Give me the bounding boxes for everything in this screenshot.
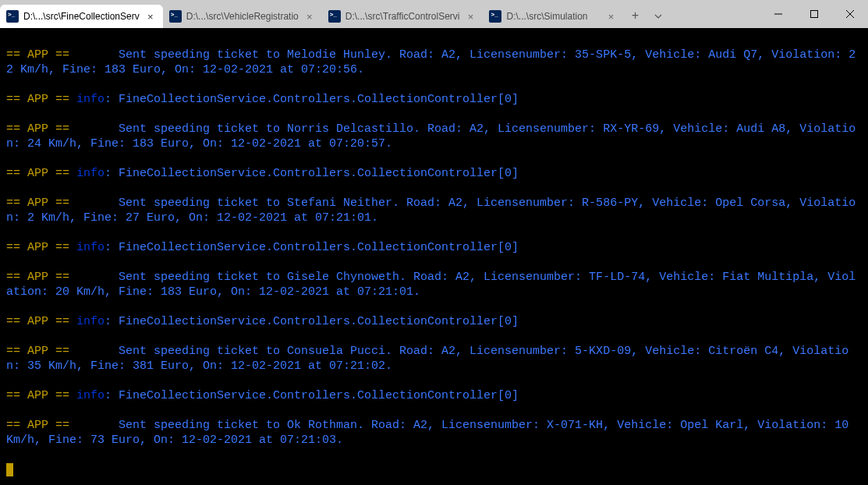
- powershell-icon: [169, 10, 182, 23]
- maximize-button[interactable]: [796, 0, 832, 28]
- log-message: Sent speeding ticket to Consuela Pucci. …: [6, 345, 849, 373]
- log-message: Sent speeding ticket to Melodie Hunley. …: [6, 48, 856, 76]
- log-blank: [6, 329, 862, 344]
- tab-close-button[interactable]: ×: [604, 10, 617, 23]
- prompt-line: [6, 462, 862, 477]
- log-line: == APP == info: FineCollectionService.Co…: [6, 166, 862, 181]
- titlebar: D:\...\src\FineCollectionServ×D:\...\src…: [0, 0, 868, 28]
- tab-close-button[interactable]: ×: [303, 10, 316, 23]
- tab-1[interactable]: D:\...\src\VehicleRegistratio×: [163, 5, 322, 28]
- log-blank: [6, 181, 862, 196]
- log-prefix: == APP ==: [6, 167, 76, 180]
- terminal-window: D:\...\src\FineCollectionServ×D:\...\src…: [0, 0, 868, 485]
- plus-icon: +: [632, 9, 639, 23]
- log-level: info: [76, 389, 105, 402]
- log-message: Sent speeding ticket to Norris Delcastil…: [6, 122, 856, 150]
- log-prefix: == APP ==: [6, 271, 76, 284]
- log-level: info: [76, 241, 105, 254]
- log-controller: : FineCollectionService.Controllers.Coll…: [105, 93, 519, 106]
- powershell-icon: [6, 10, 19, 23]
- cursor: [6, 463, 13, 476]
- log-level: info: [76, 93, 105, 106]
- log-prefix: == APP ==: [6, 122, 76, 136]
- tab-title: D:\...\src\TrafficControlServi: [345, 11, 460, 22]
- close-button[interactable]: [832, 0, 868, 28]
- log-prefix: == APP ==: [6, 419, 76, 432]
- log-blank: [6, 107, 862, 122]
- log-controller: : FineCollectionService.Controllers.Coll…: [105, 241, 519, 254]
- log-blank: [6, 151, 862, 166]
- log-level: info: [76, 315, 105, 328]
- titlebar-drag-area[interactable]: [670, 0, 760, 28]
- svg-rect-1: [811, 11, 818, 18]
- minimize-button[interactable]: [760, 0, 796, 28]
- tab-2[interactable]: D:\...\src\TrafficControlServi×: [322, 5, 484, 28]
- tab-3[interactable]: D:\...\src\Simulation×: [483, 5, 623, 28]
- terminal-output[interactable]: == APP == Sent speeding ticket to Melodi…: [0, 28, 868, 485]
- log-blank: [6, 373, 862, 388]
- tab-strip: D:\...\src\FineCollectionServ×D:\...\src…: [0, 0, 623, 28]
- powershell-icon: [489, 10, 501, 23]
- tab-title: D:\...\src\FineCollectionServ: [23, 11, 140, 22]
- log-blank: [6, 225, 862, 240]
- log-line: == APP == info: FineCollectionService.Co…: [6, 240, 862, 255]
- log-blank: [6, 448, 862, 462]
- log-blank: [6, 255, 862, 270]
- powershell-icon: [328, 10, 341, 23]
- maximize-icon: [810, 10, 818, 18]
- log-line: == APP == info: FineCollectionService.Co…: [6, 92, 862, 107]
- log-prefix: == APP ==: [6, 315, 76, 328]
- tab-title: D:\...\src\VehicleRegistratio: [186, 11, 299, 22]
- log-line: == APP == Sent speeding ticket to Consue…: [6, 344, 862, 373]
- log-level: info: [76, 167, 105, 180]
- chevron-down-icon: [654, 12, 663, 21]
- log-line: == APP == Sent speeding ticket to Gisele…: [6, 270, 862, 299]
- log-line: == APP == Sent speeding ticket to Ok Rot…: [6, 418, 862, 448]
- log-prefix: == APP ==: [6, 345, 76, 358]
- log-prefix: == APP ==: [6, 93, 76, 106]
- new-tab-button[interactable]: +: [623, 5, 647, 28]
- log-line: == APP == Sent speeding ticket to Stefan…: [6, 196, 862, 225]
- tab-close-button[interactable]: ×: [464, 10, 477, 23]
- log-controller: : FineCollectionService.Controllers.Coll…: [105, 167, 519, 180]
- log-message: Sent speeding ticket to Gisele Chynoweth…: [6, 271, 856, 299]
- log-message: Sent speeding ticket to Stefani Neither.…: [6, 196, 856, 225]
- log-blank: [6, 403, 862, 418]
- log-blank: [6, 77, 862, 92]
- log-controller: : FineCollectionService.Controllers.Coll…: [105, 315, 519, 328]
- log-line: == APP == Sent speeding ticket to Norris…: [6, 122, 862, 151]
- log-line: == APP == info: FineCollectionService.Co…: [6, 314, 862, 329]
- log-line: == APP == Sent speeding ticket to Melodi…: [6, 48, 862, 77]
- log-line: == APP == info: FineCollectionService.Co…: [6, 388, 862, 403]
- tab-dropdown-button[interactable]: [647, 5, 670, 28]
- tab-title: D:\...\src\Simulation: [506, 11, 600, 22]
- window-controls: [760, 0, 868, 28]
- log-prefix: == APP ==: [6, 48, 76, 62]
- log-blank: [6, 299, 862, 314]
- log-prefix: == APP ==: [6, 241, 76, 254]
- log-prefix: == APP ==: [6, 389, 76, 402]
- log-prefix: == APP ==: [6, 196, 76, 210]
- tab-close-button[interactable]: ×: [144, 10, 157, 23]
- tab-0[interactable]: D:\...\src\FineCollectionServ×: [0, 5, 163, 28]
- log-message: Sent speeding ticket to Ok Rothman. Road…: [6, 419, 856, 447]
- close-icon: [846, 10, 854, 18]
- log-controller: : FineCollectionService.Controllers.Coll…: [105, 389, 519, 402]
- minimize-icon: [774, 10, 782, 18]
